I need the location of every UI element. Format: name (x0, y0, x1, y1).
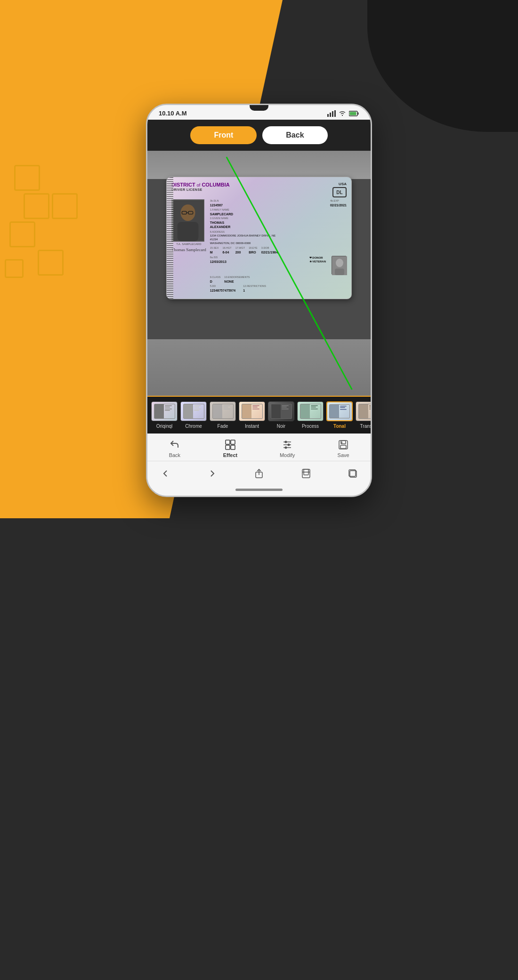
battery-icon (349, 111, 359, 116)
nav-bookmark-icon (301, 468, 311, 479)
phone-home-bar (147, 486, 371, 496)
nav-forward-button[interactable] (204, 465, 221, 482)
phone-container: 10.10 A.M (146, 104, 372, 497)
id-endorsements-label: 10.ENDORSEMENTS (224, 276, 250, 279)
filter-label-process: Process (302, 424, 319, 429)
id-photo-area: T.A. SAMPLECARD Thomas Samplecard (171, 199, 206, 294)
filter-item-transfer[interactable]: Transfer (356, 401, 371, 429)
id-row-dd: 5.DD 12348757475974 12.RESTRICTIONS 1 (210, 285, 347, 293)
svg-point-14 (336, 259, 343, 267)
filter-label-chrome: Chrome (185, 424, 202, 429)
splatter-top-right (367, 0, 518, 132)
toolbar-modify[interactable]: Modify (280, 439, 295, 458)
filter-item-fade[interactable]: Fade (210, 401, 236, 429)
id-hgt-label: 16.HGT (222, 246, 231, 250)
status-bar: 10.10 A.M (147, 105, 371, 120)
bottom-toolbar: Back Effect (147, 433, 371, 461)
front-button[interactable]: Front (190, 126, 257, 144)
filter-label-fade: Fade (218, 424, 228, 429)
filter-item-instant[interactable]: Instant (239, 401, 265, 429)
id-body: T.A. SAMPLECARD Thomas Samplecard 3b.DLN… (171, 199, 347, 294)
modify-icon-svg (282, 439, 293, 450)
filter-preview-process (298, 402, 323, 421)
svg-rect-15 (335, 269, 344, 275)
id-hgt-value: 6-04 (222, 250, 231, 255)
id-eye-field: 18.EYE BRO (249, 246, 258, 254)
filter-label-tonal: Tonal (333, 424, 346, 429)
toolbar-modify-label: Modify (280, 452, 295, 458)
phone-nav-bar (147, 461, 371, 486)
id-given-field: 2.GIVEN NAME THOMASALEXANDER (210, 217, 347, 229)
id-wgt-label: 17.WGT (235, 246, 245, 250)
id-dob-field: 3.DOB 02/21/1984 (261, 246, 278, 254)
id-dob-value: 02/21/1984 (261, 250, 278, 255)
svg-rect-17 (226, 440, 230, 444)
id-dl-badge: DL (332, 187, 347, 197)
id-sex-value: M (210, 250, 219, 255)
filter-thumb-tonal (326, 401, 353, 421)
filter-item-chrome[interactable]: Chrome (180, 401, 207, 429)
svg-rect-6 (350, 112, 356, 115)
svg-rect-2 (332, 111, 333, 117)
back-icon (169, 439, 181, 451)
id-wgt-value: 200 (235, 250, 245, 255)
svg-rect-9 (178, 222, 199, 241)
filter-preview-original (152, 402, 177, 421)
id-row-class: 6a.ISS 12/03/2013 ❤ DONOR ★ VETERAN (210, 256, 347, 275)
id-address-label: 8.ADDRESS (210, 230, 225, 233)
id-photo (171, 199, 204, 242)
id-dln-value: 1234567 (210, 203, 223, 208)
toolbar-save[interactable]: Save (337, 439, 349, 458)
id-endorsements-field: 10.ENDORSEMENTS NONE (224, 276, 250, 284)
id-restrictions-value: 1 (243, 288, 266, 293)
filter-thumb-chrome (180, 401, 207, 421)
id-eye-label: 18.EYE (249, 246, 258, 250)
nav-share-button[interactable] (251, 465, 267, 482)
signal-icon (327, 110, 336, 117)
nav-bookmark-button[interactable] (298, 465, 315, 482)
id-state-text: DISTRICT of COLUMBIA (171, 182, 230, 188)
id-dd-field: 5.DD 12348757475974 (210, 285, 236, 293)
id-eye-value: BRO (249, 250, 258, 255)
filter-thumb-fade (210, 401, 236, 421)
front-back-toggle: Front Back (147, 120, 371, 151)
id-sex-label: 15.SEX (210, 246, 219, 250)
filter-item-original[interactable]: Oriqinql (151, 401, 178, 429)
id-card-header: DISTRICT of COLUMBIA DRIVER LICENSE USA … (171, 182, 347, 197)
filter-item-noir[interactable]: Noir (268, 401, 294, 429)
filter-thumb-transfer (356, 401, 371, 421)
toolbar-back[interactable]: Back (169, 439, 181, 458)
nav-tabs-button[interactable] (344, 465, 361, 482)
phone-notch (250, 105, 268, 111)
filter-item-tonal[interactable]: Tonal (326, 401, 353, 429)
svg-rect-0 (327, 114, 329, 117)
id-exp-value: 02/21/2021 (330, 203, 347, 208)
id-card-container: DISTRICT of COLUMBIA DRIVER LICENSE USA … (166, 177, 352, 299)
effect-icon (224, 439, 236, 451)
svg-rect-20 (231, 445, 235, 449)
id-iss-value: 12/03/2013 (210, 260, 227, 264)
nav-back-button[interactable] (157, 465, 174, 482)
toolbar-effect[interactable]: Effect (223, 439, 238, 458)
id-hgt-field: 16.HGT 6-04 (222, 246, 231, 254)
id-small-photo (332, 256, 347, 275)
filter-preview-instant (239, 402, 265, 421)
svg-rect-5 (358, 112, 359, 114)
back-button[interactable]: Back (262, 126, 327, 144)
filter-item-process[interactable]: Process (297, 401, 324, 429)
id-row-stats: 15.SEX M 16.HGT 6-04 17.WGT 200 (210, 246, 347, 254)
id-columbia: COLUMBIA (202, 182, 229, 188)
id-class-label: 9.CLASS (210, 276, 221, 279)
phone-frame: 10.10 A.M (146, 104, 372, 497)
save-icon (337, 439, 349, 451)
id-donor-field: ❤ DONOR ★ VETERAN (309, 256, 326, 275)
person-silhouette-svg (172, 199, 204, 242)
id-address-value: 1234 COMMODORE JOSHUA BARNEY DRIVE, NE#1… (210, 234, 276, 245)
nav-tabs-icon (348, 468, 358, 479)
filter-thumb-original (151, 401, 178, 421)
id-of: of (197, 183, 201, 188)
id-class-value: D (210, 279, 221, 284)
id-given-value: THOMASALEXANDER (210, 220, 347, 230)
filter-label-noir: Noir (277, 424, 285, 429)
status-time: 10.10 A.M (159, 110, 187, 117)
